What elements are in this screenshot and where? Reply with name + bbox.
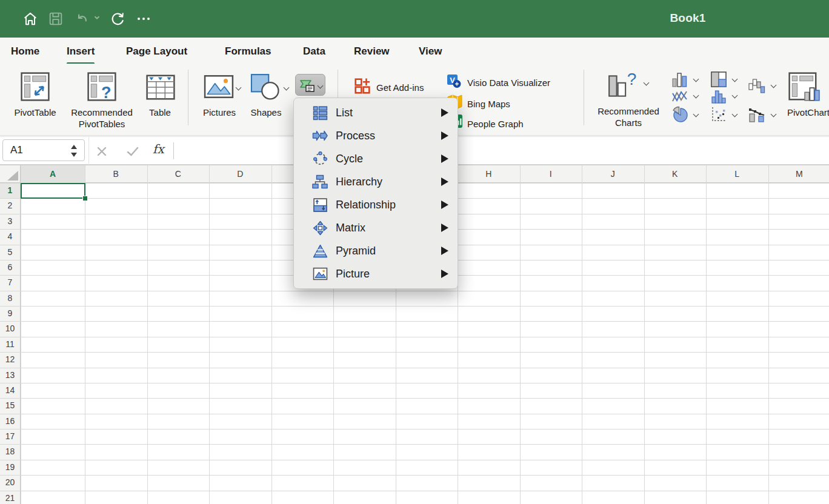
bing-maps-label[interactable]: Bing Maps (467, 97, 510, 111)
row-header-20[interactable]: 20 (0, 475, 20, 490)
treemap-chart-icon[interactable] (710, 71, 727, 87)
redo-icon[interactable] (109, 10, 126, 27)
select-all-corner[interactable] (0, 165, 21, 183)
line-chart-icon[interactable] (671, 89, 688, 104)
menu-item-cycle[interactable]: Cycle (294, 147, 458, 170)
row-header-11[interactable]: 11 (0, 337, 20, 352)
histogram-chart-icon[interactable] (710, 89, 727, 104)
get-addins-label[interactable]: Get Add-ins (376, 81, 424, 95)
row-header-5[interactable]: 5 (0, 245, 20, 260)
row-header-column[interactable]: 123456789101112131415161718192021 (0, 183, 21, 504)
fill-handle[interactable] (82, 196, 88, 201)
row-header-2[interactable]: 2 (0, 198, 20, 213)
tab-page-layout[interactable]: Page Layout (126, 42, 187, 61)
treemap-chart-chevron-icon[interactable] (732, 77, 737, 82)
shapes-icon[interactable] (250, 73, 281, 100)
menu-item-process[interactable]: Process (294, 124, 458, 147)
pie-chart-chevron-icon[interactable] (693, 112, 698, 117)
column-header-L[interactable]: L (706, 165, 768, 183)
column-header-C[interactable]: C (147, 165, 210, 183)
column-header-K[interactable]: K (644, 165, 707, 183)
name-box[interactable]: A1 (2, 139, 85, 161)
stepper-up-icon[interactable] (71, 145, 77, 149)
histogram-chart-chevron-icon[interactable] (732, 93, 737, 98)
tab-view[interactable]: View (419, 42, 442, 61)
recommended-pivottables-icon[interactable]: ? (87, 71, 117, 102)
table-icon[interactable] (145, 71, 176, 102)
more-icon[interactable] (136, 12, 153, 29)
column-chart-icon[interactable] (671, 71, 688, 87)
row-header-18[interactable]: 18 (0, 444, 20, 459)
smartart-button[interactable] (295, 74, 325, 96)
undo-chevron-icon[interactable] (93, 13, 110, 30)
pictures-icon[interactable] (204, 75, 234, 99)
undo-icon[interactable] (74, 10, 91, 27)
menu-item-pyramid[interactable]: Pyramid (294, 239, 458, 262)
row-header-21[interactable]: 21 (0, 491, 20, 504)
recommended-charts-label-line1[interactable]: Recommended (592, 106, 665, 116)
visio-icon[interactable]: V (447, 74, 461, 88)
recommended-charts-icon[interactable]: ? (607, 71, 639, 101)
column-header-M[interactable]: M (768, 165, 829, 183)
row-header-19[interactable]: 19 (0, 460, 20, 475)
tab-data[interactable]: Data (303, 42, 325, 61)
recommended-charts-chevron-icon[interactable] (644, 81, 648, 85)
tab-formulas[interactable]: Formulas (225, 42, 271, 61)
column-header-D[interactable]: D (209, 165, 271, 183)
table-label[interactable]: Table (142, 107, 178, 118)
row-header-10[interactable]: 10 (0, 321, 20, 336)
pictures-chevron-icon[interactable] (236, 85, 241, 90)
row-header-7[interactable]: 7 (0, 275, 20, 290)
menu-item-matrix[interactable]: Matrix (294, 216, 458, 239)
row-header-16[interactable]: 16 (0, 414, 20, 429)
pictures-label[interactable]: Pictures (199, 107, 240, 118)
pivottable-icon[interactable] (20, 71, 50, 102)
column-header-B[interactable]: B (85, 165, 147, 183)
pivotchart-label[interactable]: PivotChart (784, 107, 829, 118)
line-chart-chevron-icon[interactable] (693, 93, 698, 98)
pivotchart-icon[interactable] (788, 71, 821, 103)
stepper-down-icon[interactable] (71, 153, 77, 157)
scatter-chart-chevron-icon[interactable] (732, 112, 737, 117)
menu-item-hierarchy[interactable]: Hierarchy (294, 170, 458, 193)
selected-cell-outline[interactable] (21, 183, 85, 199)
formula-input[interactable] (179, 143, 822, 159)
visio-label[interactable]: Visio Data Visualizer (467, 76, 550, 90)
row-header-12[interactable]: 12 (0, 352, 20, 367)
menu-item-list[interactable]: List (294, 101, 458, 124)
scatter-chart-icon[interactable] (710, 106, 727, 123)
pivottable-label[interactable]: PivotTable (5, 107, 65, 118)
tab-insert[interactable]: Insert (67, 42, 95, 61)
row-header-8[interactable]: 8 (0, 291, 20, 306)
column-chart-chevron-icon[interactable] (693, 77, 698, 82)
recommended-charts-label-line2[interactable]: Charts (592, 118, 665, 128)
row-header-9[interactable]: 9 (0, 306, 20, 321)
row-header-6[interactable]: 6 (0, 260, 20, 275)
menu-item-relationship[interactable]: Relationship (294, 193, 458, 216)
shapes-chevron-icon[interactable] (284, 85, 288, 90)
row-header-14[interactable]: 14 (0, 383, 20, 398)
people-graph-label[interactable]: People Graph (467, 117, 524, 131)
tab-home[interactable]: Home (11, 42, 39, 61)
row-header-1[interactable]: 1 (0, 183, 20, 198)
enter-icon[interactable] (126, 145, 139, 158)
cancel-icon[interactable] (96, 145, 108, 158)
column-header-A[interactable]: A (21, 165, 85, 183)
menu-item-picture[interactable]: Picture (294, 262, 458, 285)
shapes-label[interactable]: Shapes (247, 107, 285, 118)
pie-chart-icon[interactable] (671, 106, 688, 123)
waterfall-chart-chevron-icon[interactable] (771, 83, 776, 88)
save-icon[interactable] (47, 10, 64, 27)
home-icon[interactable] (22, 10, 39, 27)
combo-chart-icon[interactable] (748, 106, 766, 123)
recommended-pivottables-label-line1[interactable]: Recommended (65, 107, 138, 118)
row-header-15[interactable]: 15 (0, 398, 20, 413)
row-header-3[interactable]: 3 (0, 214, 20, 229)
recommended-pivottables-label-line2[interactable]: PivotTables (65, 119, 138, 129)
column-header-J[interactable]: J (582, 165, 644, 183)
waterfall-chart-icon[interactable] (748, 78, 766, 94)
insert-function-icon[interactable]: fx (153, 142, 164, 156)
row-header-17[interactable]: 17 (0, 429, 20, 444)
column-header-I[interactable]: I (520, 165, 582, 183)
tab-review[interactable]: Review (354, 42, 390, 61)
